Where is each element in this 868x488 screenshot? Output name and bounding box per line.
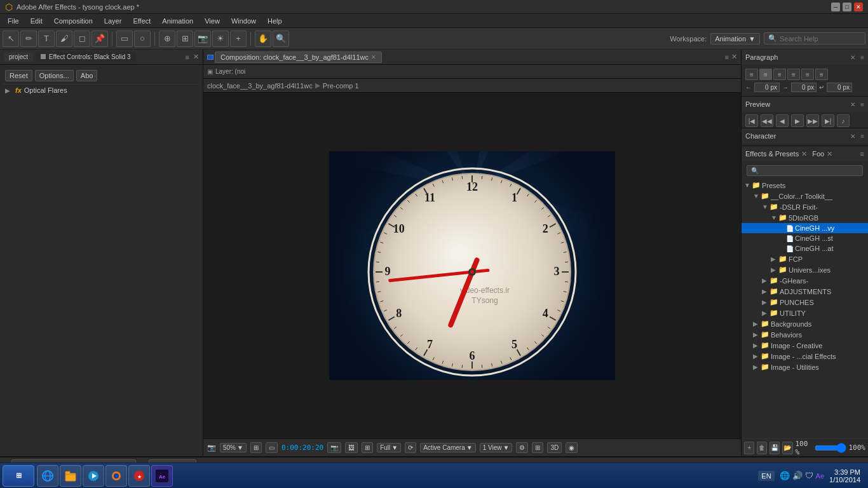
tree-item-6[interactable]: 📄CineGH ...at xyxy=(742,243,868,254)
composition-tab[interactable]: Composition: clock_face__3_by_agf81-d4l1… xyxy=(215,51,382,63)
tree-item-4[interactable]: 📄CineGH ...vy xyxy=(742,223,868,233)
align-force-justify[interactable]: ≡ xyxy=(815,69,828,80)
tool-roto[interactable]: ⊕ xyxy=(159,30,175,47)
quality-dropdown[interactable]: Full ▼ xyxy=(377,443,401,452)
tool-pen[interactable]: ✏ xyxy=(20,30,37,47)
menu-layer[interactable]: Layer xyxy=(99,16,127,26)
tool-light[interactable]: ☀ xyxy=(212,30,229,47)
checkerboard-btn[interactable]: ⊞ xyxy=(362,442,373,453)
align-center[interactable]: ≡ xyxy=(759,69,772,80)
menu-edit[interactable]: Edit xyxy=(25,16,48,26)
tool-shape-rect[interactable]: ▭ xyxy=(116,30,133,47)
reset-exposure-btn[interactable]: ◉ xyxy=(566,442,578,453)
tree-item-12[interactable]: ▶📁UTILITY xyxy=(742,308,868,318)
tree-item-2[interactable]: ▼📁-DSLR Fixit- xyxy=(742,201,868,212)
paragraph-panel-menu[interactable]: ≡ xyxy=(860,54,864,61)
ep-zoom-slider[interactable] xyxy=(815,445,846,451)
sync-btn[interactable]: ⟳ xyxy=(405,442,416,453)
preview-audio[interactable]: ♪ xyxy=(837,114,850,127)
effect-reset-btn[interactable]: Reset xyxy=(5,70,32,81)
paragraph-panel-close[interactable]: ✕ xyxy=(850,54,855,61)
tree-item-13[interactable]: ▶📁Backgrounds xyxy=(742,318,868,329)
indent-right-input[interactable] xyxy=(791,83,817,92)
menu-effect[interactable]: Effect xyxy=(128,16,156,26)
tree-item-9[interactable]: ▶📁-GHears- xyxy=(742,275,868,286)
camera-dropdown[interactable]: Active Camera ▼ xyxy=(420,443,475,452)
comp-tab-close[interactable]: ✕ xyxy=(371,54,376,60)
menu-composition[interactable]: Composition xyxy=(49,16,98,26)
tree-item-7[interactable]: ▶📁FCP xyxy=(742,254,868,264)
zoom-dropdown[interactable]: 50% ▼ xyxy=(220,443,247,452)
tree-item-8[interactable]: ▶📁Univers...ixes xyxy=(742,264,868,275)
tool-track[interactable]: ⊞ xyxy=(177,30,193,47)
character-panel-menu[interactable]: ≡ xyxy=(860,133,864,140)
tool-select[interactable]: ↖ xyxy=(3,30,19,47)
comp-panel-menu[interactable]: ≡ xyxy=(725,53,729,61)
ep-close[interactable]: ✕ xyxy=(801,150,807,158)
comp-options-btn[interactable]: ⚙ xyxy=(516,442,528,453)
effect-controls-tab[interactable]: Effect Controls: Black Solid 3 xyxy=(36,52,136,62)
align-justify-last[interactable]: ≡ xyxy=(801,69,814,80)
breadcrumb-comp[interactable]: clock_face__3_by_agf81-d4l11wc xyxy=(207,82,313,90)
menu-file[interactable]: File xyxy=(3,16,24,26)
show-snapshot-btn[interactable]: 🖼 xyxy=(345,442,358,453)
preview-panel-menu[interactable]: ≡ xyxy=(860,101,864,108)
preview-first[interactable]: |◀ xyxy=(745,114,758,127)
comp-panel-close[interactable]: ✕ xyxy=(731,53,737,61)
tool-brush[interactable]: 🖌 xyxy=(56,30,72,47)
taskbar-ie[interactable] xyxy=(37,465,58,487)
search-box[interactable]: 🔍 xyxy=(764,32,865,44)
tool-text[interactable]: T xyxy=(38,30,55,47)
taskbar-media[interactable] xyxy=(83,465,104,487)
ep-new-btn[interactable]: + xyxy=(744,442,754,454)
close-button[interactable]: ✕ xyxy=(854,3,863,11)
region-btn[interactable]: ▭ xyxy=(266,442,278,453)
tree-item-17[interactable]: ▶📁Image - Utilities xyxy=(742,362,868,372)
snapshot-btn[interactable]: 📷 xyxy=(327,442,341,453)
tool-hand[interactable]: ✋ xyxy=(255,30,271,47)
tree-item-5[interactable]: 📄CineGH ...st xyxy=(742,233,868,243)
taskbar-firefox[interactable] xyxy=(105,465,127,487)
tree-item-16[interactable]: ▶📁Image - ...cial Effects xyxy=(742,351,868,362)
breadcrumb-precomp[interactable]: Pre-comp 1 xyxy=(323,82,359,90)
taskbar-app5[interactable]: ★ xyxy=(128,465,150,487)
menu-help[interactable]: Help xyxy=(262,16,287,26)
tree-item-0[interactable]: ▼📁Presets xyxy=(742,180,868,191)
view-dropdown[interactable]: 1 View ▼ xyxy=(480,443,513,452)
taskbar-ae[interactable]: Ae xyxy=(151,465,173,487)
tree-item-1[interactable]: ▼📁__Color...r Toolkit__ xyxy=(742,191,868,201)
tool-zoom[interactable]: 🔍 xyxy=(273,30,289,47)
taskbar-explorer[interactable] xyxy=(60,465,81,487)
panel-close-icon[interactable]: ✕ xyxy=(193,53,199,61)
align-justify[interactable]: ≡ xyxy=(787,69,800,80)
tree-item-14[interactable]: ▶📁Behaviors xyxy=(742,329,868,340)
start-button[interactable]: ⊞ xyxy=(3,465,34,487)
minimize-button[interactable]: ─ xyxy=(831,3,840,11)
ep-foo-close[interactable]: ✕ xyxy=(827,150,832,158)
ep-search-input[interactable] xyxy=(747,165,863,176)
preview-last[interactable]: ▶| xyxy=(822,114,834,127)
indent-left-input[interactable] xyxy=(754,83,780,92)
preview-panel-close[interactable]: ✕ xyxy=(850,101,855,108)
effect-about-btn[interactable]: Abo xyxy=(76,70,98,81)
menu-view[interactable]: View xyxy=(200,16,225,26)
menu-window[interactable]: Window xyxy=(226,16,261,26)
workspace-dropdown[interactable]: Animation ▼ xyxy=(710,33,760,44)
align-left[interactable]: ≡ xyxy=(745,69,758,80)
preview-back[interactable]: ◀◀ xyxy=(761,114,773,127)
panel-menu-icon[interactable]: ≡ xyxy=(186,53,189,61)
preview-play[interactable]: ▶ xyxy=(791,114,804,127)
menu-animation[interactable]: Animation xyxy=(157,16,198,26)
grid-btn[interactable]: ⊞ xyxy=(532,442,543,453)
maximize-button[interactable]: □ xyxy=(843,3,851,11)
layer-tab[interactable]: Layer: (noi xyxy=(215,68,245,75)
search-input[interactable] xyxy=(780,35,856,43)
ep-load-btn[interactable]: 📂 xyxy=(782,442,792,454)
tool-puppet[interactable]: 📌 xyxy=(92,30,108,47)
tree-item-10[interactable]: ▶📁ADJUSTMENTS xyxy=(742,286,868,297)
tool-camera[interactable]: 📷 xyxy=(194,30,211,47)
optical-flares-row[interactable]: ▶ fx Optical Flares xyxy=(3,85,200,96)
3d-btn[interactable]: 3D xyxy=(547,442,562,453)
ep-delete-btn[interactable]: 🗑 xyxy=(757,442,767,454)
tool-eraser[interactable]: ◻ xyxy=(74,30,90,47)
